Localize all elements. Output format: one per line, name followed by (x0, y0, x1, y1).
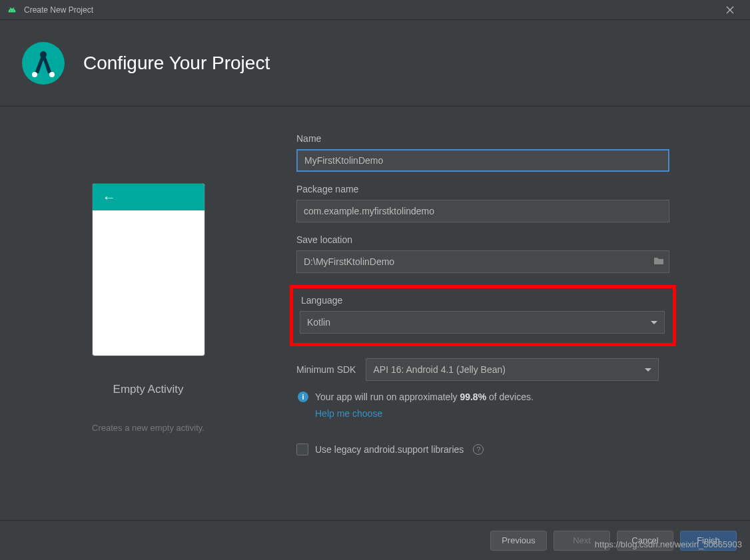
arrow-back-icon: ← (103, 190, 116, 205)
location-input[interactable] (296, 250, 669, 273)
template-description: Creates a new empty activity. (92, 423, 204, 433)
finish-button[interactable]: Finish (680, 531, 737, 551)
name-input[interactable] (296, 149, 669, 172)
android-icon (7, 5, 17, 15)
browse-folder-icon[interactable] (653, 256, 664, 268)
help-icon[interactable]: ? (473, 444, 484, 455)
footer: Previous Next Cancel Finish (0, 520, 750, 560)
content: ← Empty Activity Creates a new empty act… (0, 107, 750, 520)
package-label: Package name (296, 184, 710, 194)
svg-point-1 (13, 10, 13, 11)
close-button[interactable] (717, 0, 743, 20)
location-label: Save location (296, 234, 710, 245)
minsdk-label: Minimum SDK (296, 364, 356, 375)
cancel-button[interactable]: Cancel (617, 531, 673, 551)
form-panel: Name Package name Save location Language… (296, 107, 750, 520)
svg-point-4 (32, 72, 37, 77)
chevron-down-icon (645, 368, 651, 372)
svg-point-5 (49, 72, 55, 77)
android-studio-logo-icon (20, 40, 67, 87)
titlebar: Create New Project (0, 0, 750, 20)
next-button: Next (554, 531, 610, 551)
previous-button[interactable]: Previous (490, 531, 547, 551)
legacy-libs-checkbox[interactable] (296, 443, 308, 455)
template-preview-panel: ← Empty Activity Creates a new empty act… (0, 107, 296, 520)
minsdk-value: API 16: Android 4.1 (Jelly Bean) (373, 364, 505, 375)
header: Configure Your Project (0, 20, 750, 107)
minsdk-row: Minimum SDK API 16: Android 4.1 (Jelly B… (296, 358, 710, 381)
package-input[interactable] (296, 200, 669, 222)
phone-preview-appbar: ← (93, 184, 204, 210)
language-value: Kotlin (307, 317, 330, 328)
info-icon: i (298, 392, 308, 402)
language-highlight: Language Kotlin (290, 285, 676, 346)
sdk-info-row: i Your app will run on approximately 99.… (296, 390, 710, 421)
name-label: Name (296, 133, 710, 144)
phone-preview: ← (92, 183, 205, 356)
package-field-group: Package name (296, 184, 710, 222)
name-field-group: Name (296, 133, 710, 172)
sdk-info-text: Your app will run on approximately 99.8%… (315, 390, 534, 421)
page-title: Configure Your Project (83, 53, 270, 74)
svg-point-2 (22, 42, 65, 85)
legacy-libs-label: Use legacy android.support libraries (315, 444, 464, 455)
language-label: Language (300, 295, 666, 306)
minsdk-dropdown[interactable]: API 16: Android 4.1 (Jelly Bean) (366, 358, 659, 381)
chevron-down-icon (651, 321, 657, 324)
language-dropdown[interactable]: Kotlin (300, 311, 665, 334)
window-title: Create New Project (24, 5, 93, 15)
legacy-libs-row: Use legacy android.support libraries ? (296, 443, 710, 455)
template-name: Empty Activity (113, 383, 184, 396)
location-field-group: Save location (296, 234, 710, 273)
help-me-choose-link[interactable]: Help me choose (315, 407, 534, 421)
svg-point-3 (40, 51, 47, 58)
svg-point-0 (10, 10, 11, 11)
